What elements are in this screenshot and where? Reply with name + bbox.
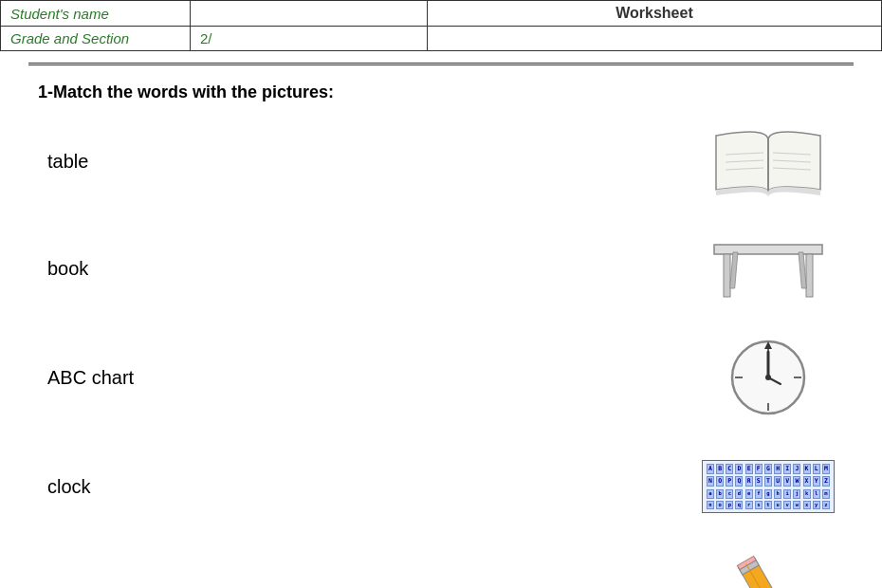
image-clock bbox=[692, 335, 844, 420]
match-row-4: clock ABCDEFGHIJKLM NOPQRSTUVWXYZ abcdef… bbox=[38, 449, 844, 524]
student-name-value bbox=[191, 1, 428, 27]
image-abc-chart: ABCDEFGHIJKLM NOPQRSTUVWXYZ abcdefghijkl… bbox=[692, 460, 844, 514]
match-row-3: ABC chart bbox=[38, 335, 844, 420]
word-table: table bbox=[38, 151, 228, 173]
image-book bbox=[692, 121, 844, 202]
image-pencil bbox=[692, 553, 844, 588]
image-table bbox=[692, 230, 844, 306]
student-name-label: Student's name bbox=[1, 1, 191, 27]
svg-rect-11 bbox=[799, 252, 806, 288]
match-row-5: chair bbox=[38, 553, 844, 588]
grade-section-value: 2/ bbox=[191, 27, 428, 51]
section-divider bbox=[28, 63, 854, 65]
svg-rect-9 bbox=[806, 254, 813, 297]
svg-rect-10 bbox=[730, 252, 738, 288]
header-table: Student's name Worksheet Grade and Secti… bbox=[0, 0, 882, 51]
word-clock: clock bbox=[38, 476, 228, 498]
word-abc-chart: ABC chart bbox=[38, 367, 228, 389]
worksheet-title-row2 bbox=[428, 27, 882, 51]
svg-point-19 bbox=[765, 375, 771, 380]
svg-rect-7 bbox=[714, 245, 822, 254]
content-area: 1-Match the words with the pictures: tab… bbox=[0, 83, 882, 588]
abc-chart-image: ABCDEFGHIJKLM NOPQRSTUVWXYZ abcdefghijkl… bbox=[702, 460, 835, 514]
word-book: book bbox=[38, 258, 228, 280]
svg-rect-8 bbox=[724, 254, 730, 297]
worksheet-title: Worksheet bbox=[428, 1, 882, 27]
question-title: 1-Match the words with the pictures: bbox=[38, 83, 844, 102]
match-row-2: book bbox=[38, 230, 844, 306]
match-row-1: table bbox=[38, 121, 844, 202]
grade-section-label: Grade and Section bbox=[1, 27, 191, 51]
